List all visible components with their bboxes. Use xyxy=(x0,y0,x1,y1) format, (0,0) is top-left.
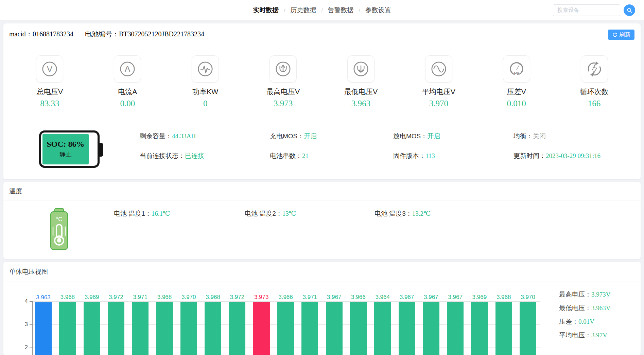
metric-label: 压差V xyxy=(507,87,526,96)
cell-voltage-bar[interactable] xyxy=(205,302,221,355)
voltage-diff-icon: Pa xyxy=(503,55,530,83)
cell-voltage-bar[interactable] xyxy=(108,302,124,355)
max-voltage-stat: 最高电压：3.973V xyxy=(559,290,610,299)
cell-voltage-bar[interactable] xyxy=(253,302,270,355)
cell-voltage-bar[interactable] xyxy=(59,302,76,355)
cell-voltage-bar[interactable] xyxy=(520,302,536,355)
battery-no-label: 电池编号： xyxy=(85,30,119,38)
cell-voltage-bar[interactable] xyxy=(423,302,439,355)
metric-value: 3.970 xyxy=(429,99,448,108)
cell-voltage-bar-label: 3.969 xyxy=(467,294,492,301)
battery-cap xyxy=(99,143,103,157)
cell-voltage-bar-label: 3.967 xyxy=(322,294,346,301)
stat-value: 3.963V xyxy=(591,304,610,312)
metric-value: 83.33 xyxy=(40,99,59,108)
metric-label: 最低电压V xyxy=(344,87,378,96)
field-value: 关闭 xyxy=(533,132,546,140)
device-search xyxy=(553,4,635,16)
stat-label: 最高电压： xyxy=(559,290,591,299)
cell-voltage-stats: 最高电压：3.973V 最低电压：3.963V 压差：0.01V 平均电压：3.… xyxy=(559,290,610,344)
cell-voltage-bar[interactable] xyxy=(350,302,367,355)
cell-voltage-bar-label: 3.968 xyxy=(201,294,225,301)
metric-value: 3.973 xyxy=(274,99,293,108)
cell-voltage-bar[interactable] xyxy=(374,302,391,355)
cell-voltage-bar-label: 3.971 xyxy=(128,294,153,301)
soc-text: SOC: 86% xyxy=(47,140,84,149)
min-voltage-stat: 最低电压：3.963V xyxy=(559,304,610,313)
field-label: 放电MOS： xyxy=(393,132,427,140)
metric-label: 循环次数 xyxy=(580,87,609,96)
cell-voltage-bar[interactable] xyxy=(301,302,318,355)
field-label: 剩余容量： xyxy=(140,132,172,140)
svg-text:Pa: Pa xyxy=(514,71,519,76)
metric-label: 电流A xyxy=(118,87,137,96)
field-label: 电池 温度2： xyxy=(245,210,282,217)
y-axis-label: 4 xyxy=(16,298,28,305)
field-value: 已连接 xyxy=(185,152,204,159)
nav-item-parameter-settings[interactable]: 参数设置 xyxy=(365,6,391,15)
cell-voltage-bar[interactable] xyxy=(399,302,415,355)
metrics-row: V 总电压V 83.33 A 电流A 0.00 功率K xyxy=(3,45,641,108)
avg-voltage-icon xyxy=(425,55,452,83)
firmware-version-field: 固件版本：113 xyxy=(393,152,435,160)
field-label: 当前连接状态： xyxy=(140,152,185,159)
field-label: 电池 温度3： xyxy=(375,210,412,217)
nav-separator: / xyxy=(284,7,285,13)
metric-power: 功率KW 0 xyxy=(167,55,244,108)
battery-temp3-field: 电池 温度3：13.2℃ xyxy=(375,209,431,218)
cell-voltage-bar[interactable] xyxy=(277,302,294,355)
remaining-capacity-field: 剩余容量：44.33AH xyxy=(140,132,196,141)
field-value: 开启 xyxy=(427,132,440,140)
stat-value: 3.97V xyxy=(591,332,607,339)
cell-voltage-section-title: 单体电压视图 xyxy=(3,262,641,282)
search-input[interactable] xyxy=(553,4,620,16)
cell-voltage-bar[interactable] xyxy=(35,302,52,355)
cell-voltage-bar[interactable] xyxy=(180,302,197,355)
temperature-content: °C 电池 温度1：16.1℃ 电池 温度2：13℃ 电池 温度3：13.2℃ xyxy=(3,200,641,259)
soc-state: 静止 xyxy=(59,150,72,159)
stat-value: 3.973V xyxy=(591,291,610,298)
metric-total-voltage: V 总电压V 83.33 xyxy=(11,55,89,108)
cell-voltage-bar[interactable] xyxy=(447,302,464,355)
field-value: 13.2℃ xyxy=(412,210,431,217)
cell-voltage-bar-label: 3.963 xyxy=(31,294,56,301)
battery-overview-card: macid：016881783234 电池编号：BT3072052120JBD2… xyxy=(3,23,641,179)
refresh-button[interactable]: 刷新 xyxy=(608,30,634,40)
cell-voltage-bar[interactable] xyxy=(132,302,149,355)
field-label: 更新时间： xyxy=(514,152,546,159)
field-value: 113 xyxy=(425,152,435,159)
field-value: 13℃ xyxy=(282,210,296,217)
field-label: 电池 温度1： xyxy=(114,210,152,217)
cell-voltage-bar-label: 3.970 xyxy=(176,294,201,301)
cycle-count-icon xyxy=(581,55,608,83)
cell-voltage-bar-label: 3.967 xyxy=(419,294,443,301)
battery-no-field: 电池编号：BT3072052120JBD221783234 xyxy=(85,30,204,39)
cell-voltage-bar[interactable] xyxy=(84,302,100,355)
metric-max-voltage: 最高电压V 3.973 xyxy=(244,55,322,108)
power-icon xyxy=(192,55,219,83)
cell-voltage-bar-label: 3.970 xyxy=(516,294,540,301)
field-label: 电池串数： xyxy=(270,152,302,159)
cell-voltage-bar-label: 3.972 xyxy=(225,294,249,301)
cell-voltage-bar[interactable] xyxy=(326,302,343,355)
cell-voltage-bar[interactable] xyxy=(471,302,488,355)
cell-voltage-bar-label: 3.969 xyxy=(80,294,104,301)
cell-voltage-bar[interactable] xyxy=(156,302,173,355)
charge-mos-field: 充电MOS：开启 xyxy=(270,132,317,141)
nav-item-realtime-data[interactable]: 实时数据 xyxy=(253,6,279,15)
nav-item-history-data[interactable]: 历史数据 xyxy=(290,6,316,15)
field-value: 16.1℃ xyxy=(152,210,170,217)
field-value: 开启 xyxy=(304,132,317,140)
cell-voltage-bar[interactable] xyxy=(229,302,245,355)
cell-voltage-bar[interactable] xyxy=(495,302,512,355)
search-button[interactable] xyxy=(624,4,635,16)
cell-voltage-bar-label: 3.967 xyxy=(443,294,468,301)
metric-current: A 电流A 0.00 xyxy=(89,55,167,108)
current-icon: A xyxy=(114,55,141,83)
battery-status-row: SOC: 86% 静止 剩余容量：44.33AH 当前连接状态：已连接 充电MO… xyxy=(3,130,641,179)
battery-no-value: BT3072052120JBD221783234 xyxy=(119,30,204,38)
device-info-row: macid：016881783234 电池编号：BT3072052120JBD2… xyxy=(3,23,641,45)
battery-temp1-field: 电池 温度1：16.1℃ xyxy=(114,209,170,218)
svg-text:V: V xyxy=(47,64,53,74)
nav-item-alarm-data[interactable]: 告警数据 xyxy=(328,6,354,15)
